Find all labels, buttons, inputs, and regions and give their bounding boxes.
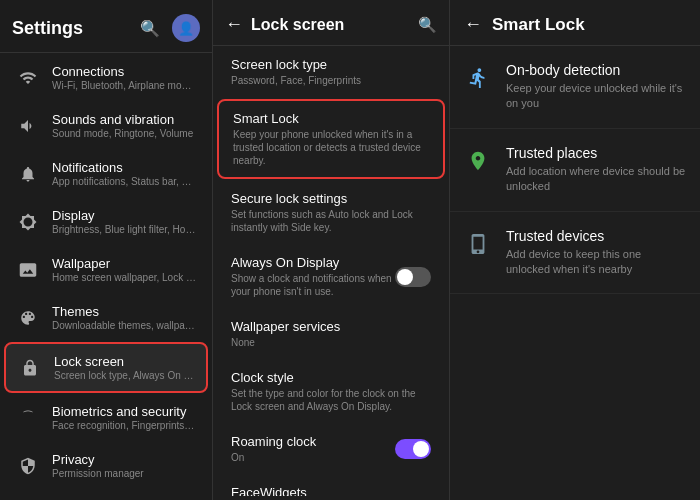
biometrics-title: Biometrics and security — [52, 404, 196, 419]
display-icon — [16, 210, 40, 234]
lock-icon — [18, 356, 42, 380]
themes-text: Themes Downloadable themes, wallpapers, … — [52, 304, 196, 331]
on-body-text: On-body detection Keep your device unloc… — [506, 62, 686, 112]
trusted-places-subtitle: Add location where device should be unlo… — [506, 164, 686, 195]
smart-lock-title: Smart Lock — [492, 15, 585, 35]
sounds-text: Sounds and vibration Sound mode, Rington… — [52, 112, 196, 139]
biometrics-text: Biometrics and security Face recognition… — [52, 404, 196, 431]
settings-title: Settings — [12, 18, 83, 39]
smart-lock-item-trusted-places[interactable]: Trusted places Add location where device… — [450, 129, 700, 212]
lockscreen-subtitle: Screen lock type, Always On Display, Clo… — [54, 370, 194, 381]
sounds-title: Sounds and vibration — [52, 112, 196, 127]
display-text: Display Brightness, Blue light filter, H… — [52, 208, 196, 235]
lock-panel-title: Lock screen — [251, 16, 344, 34]
avatar[interactable]: 👤 — [172, 14, 200, 42]
settings-item-themes[interactable]: Themes Downloadable themes, wallpapers, … — [4, 294, 208, 341]
settings-item-lockscreen[interactable]: Lock screen Screen lock type, Always On … — [4, 342, 208, 393]
trusted-places-icon — [464, 147, 492, 175]
trusted-places-title: Trusted places — [506, 145, 686, 161]
smart-lock-list: On-body detection Keep your device unloc… — [450, 46, 700, 496]
lock-search-icon[interactable]: 🔍 — [418, 16, 437, 34]
secure-lock-subtitle: Set functions such as Auto lock and Lock… — [231, 208, 431, 234]
always-on-toggle-thumb — [397, 269, 413, 285]
themes-subtitle: Downloadable themes, wallpapers, and ico… — [52, 320, 196, 331]
on-body-subtitle: Keep your device unlocked while it's on … — [506, 81, 686, 112]
smart-lock-item-on-body[interactable]: On-body detection Keep your device unloc… — [450, 46, 700, 129]
biometrics-icon — [16, 406, 40, 430]
screen-lock-type-subtitle: Password, Face, Fingerprints — [231, 74, 431, 87]
display-title: Display — [52, 208, 196, 223]
settings-item-display[interactable]: Display Brightness, Blue light filter, H… — [4, 198, 208, 245]
privacy-subtitle: Permission manager — [52, 468, 196, 479]
settings-item-biometrics[interactable]: Biometrics and security Face recognition… — [4, 394, 208, 441]
notifications-title: Notifications — [52, 160, 196, 175]
lockscreen-title: Lock screen — [54, 354, 194, 369]
roaming-clock-subtitle: On — [231, 451, 395, 464]
smart-lock-header: ← Smart Lock — [450, 0, 700, 46]
secure-lock-title: Secure lock settings — [231, 191, 431, 206]
clock-style-title: Clock style — [231, 370, 431, 385]
always-on-row: Always On Display Show a clock and notif… — [231, 255, 431, 298]
settings-list: Connections Wi-Fi, Bluetooth, Airplane m… — [0, 53, 212, 500]
user-icon: 👤 — [178, 21, 194, 36]
wallpaper-subtitle: Home screen wallpaper, Lock screen wallp… — [52, 272, 196, 283]
search-icon[interactable]: 🔍 — [140, 19, 160, 38]
wallpaper-icon — [16, 258, 40, 282]
notifications-subtitle: App notifications, Status bar, Do not di… — [52, 176, 196, 187]
biometrics-subtitle: Face recognition, Fingerprints, Find My … — [52, 420, 196, 431]
roaming-clock-toggle[interactable] — [395, 439, 431, 459]
settings-item-wallpaper[interactable]: Wallpaper Home screen wallpaper, Lock sc… — [4, 246, 208, 293]
lock-item-screen-lock-type[interactable]: Screen lock type Password, Face, Fingerp… — [217, 47, 445, 97]
notifications-text: Notifications App notifications, Status … — [52, 160, 196, 187]
settings-item-location[interactable]: Location Location settings, Location req… — [4, 490, 208, 500]
clock-style-subtitle: Set the type and color for the clock on … — [231, 387, 431, 413]
trusted-devices-text: Trusted devices Add device to keep this … — [506, 228, 686, 278]
smart-lock-back-button[interactable]: ← — [464, 14, 482, 35]
lock-list: Screen lock type Password, Face, Fingerp… — [213, 46, 449, 496]
lock-item-wallpaper-services[interactable]: Wallpaper services None — [217, 309, 445, 359]
wallpaper-services-subtitle: None — [231, 336, 431, 349]
always-on-toggle[interactable] — [395, 267, 431, 287]
bell-icon — [16, 162, 40, 186]
always-on-title: Always On Display — [231, 255, 395, 270]
roaming-clock-row: Roaming clock On — [231, 434, 431, 464]
always-on-subtitle: Show a clock and notifications when your… — [231, 272, 395, 298]
lock-item-roaming-clock[interactable]: Roaming clock On — [217, 424, 445, 474]
sounds-subtitle: Sound mode, Ringtone, Volume — [52, 128, 196, 139]
themes-icon — [16, 306, 40, 330]
connections-subtitle: Wi-Fi, Bluetooth, Airplane mode, Data us… — [52, 80, 196, 91]
connections-text: Connections Wi-Fi, Bluetooth, Airplane m… — [52, 64, 196, 91]
roaming-clock-toggle-thumb — [413, 441, 429, 457]
lock-item-secure-lock[interactable]: Secure lock settings Set functions such … — [217, 181, 445, 244]
trusted-places-text: Trusted places Add location where device… — [506, 145, 686, 195]
facewidgets-title: FaceWidgets — [231, 485, 431, 496]
settings-item-privacy[interactable]: Privacy Permission manager — [4, 442, 208, 489]
settings-item-notifications[interactable]: Notifications App notifications, Status … — [4, 150, 208, 197]
trusted-devices-subtitle: Add device to keep this one unlocked whe… — [506, 247, 686, 278]
settings-item-connections[interactable]: Connections Wi-Fi, Bluetooth, Airplane m… — [4, 54, 208, 101]
settings-header-icons: 🔍 👤 — [140, 14, 200, 42]
lock-item-facewidgets[interactable]: FaceWidgets Get quick access to useful i… — [217, 475, 445, 496]
smart-lock-subtitle: Keep your phone unlocked when it's in a … — [233, 128, 429, 167]
wallpaper-title: Wallpaper — [52, 256, 196, 271]
wifi-icon — [16, 66, 40, 90]
lock-panel: ← Lock screen 🔍 Screen lock type Passwor… — [213, 0, 450, 500]
lock-item-smart-lock[interactable]: Smart Lock Keep your phone unlocked when… — [217, 99, 445, 179]
smart-lock-item-trusted-devices[interactable]: Trusted devices Add device to keep this … — [450, 212, 700, 295]
on-body-icon — [464, 64, 492, 92]
settings-panel: Settings 🔍 👤 Connections Wi-Fi, Bluetoot… — [0, 0, 213, 500]
privacy-title: Privacy — [52, 452, 196, 467]
themes-title: Themes — [52, 304, 196, 319]
display-subtitle: Brightness, Blue light filter, Home scre… — [52, 224, 196, 235]
privacy-text: Privacy Permission manager — [52, 452, 196, 479]
on-body-title: On-body detection — [506, 62, 686, 78]
smart-lock-title: Smart Lock — [233, 111, 429, 126]
wallpaper-text: Wallpaper Home screen wallpaper, Lock sc… — [52, 256, 196, 283]
lock-header-left: ← Lock screen — [225, 14, 344, 35]
settings-item-sounds[interactable]: Sounds and vibration Sound mode, Rington… — [4, 102, 208, 149]
lock-header: ← Lock screen 🔍 — [213, 0, 449, 46]
lock-item-always-on[interactable]: Always On Display Show a clock and notif… — [217, 245, 445, 308]
lock-back-button[interactable]: ← — [225, 14, 243, 35]
lock-item-clock-style[interactable]: Clock style Set the type and color for t… — [217, 360, 445, 423]
roaming-clock-title: Roaming clock — [231, 434, 395, 449]
